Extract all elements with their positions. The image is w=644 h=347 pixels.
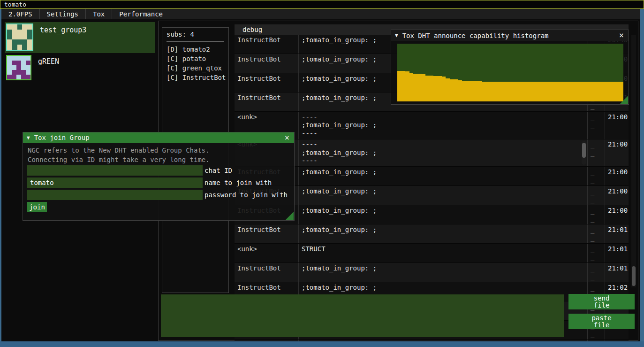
histogram-window-title: Tox DHT announce capability histogram	[402, 32, 549, 39]
message-input[interactable]	[161, 294, 564, 337]
sidebar-item-test-group3[interactable]: test_group3	[5, 22, 155, 53]
join-group-dialog: ▼ Tox join Group × NGC refers to the New…	[23, 132, 295, 221]
menu-item[interactable]: Tox	[86, 9, 112, 19]
join-button[interactable]: join	[27, 202, 47, 212]
delivery-indicator: _ _	[588, 205, 605, 224]
sender-name: InstructBot	[235, 35, 299, 54]
chat-scrollbar-thumb[interactable]	[632, 266, 636, 286]
tab-debug[interactable]: debug	[235, 26, 270, 33]
ngc-description-line2: Connecting via ID might take a very long…	[28, 156, 210, 163]
chat-id-input[interactable]	[27, 165, 203, 176]
message-text: ;tomato_in_group: ;	[299, 167, 588, 185]
chat-scrollbar[interactable]	[631, 35, 636, 287]
message-scrollbar[interactable]	[582, 141, 586, 165]
member-item[interactable]: [C] potato	[167, 54, 224, 63]
delivery-indicator: _ _	[588, 139, 605, 167]
member-item[interactable]: [C] green_qtox	[167, 63, 224, 73]
timestamp: 21:00	[605, 167, 629, 185]
member-item[interactable]: [D] tomato2	[167, 45, 224, 54]
timestamp: 21:01	[605, 263, 629, 282]
ngc-description-line1: NGC refers to the New DHT enabled Group …	[28, 147, 210, 154]
subs-count-label: subs: 4	[167, 31, 224, 38]
join-password-label: password to join with	[205, 191, 288, 199]
delivery-indicator: _ _	[588, 244, 605, 262]
sender-name: InstructBot	[235, 54, 299, 73]
message-text: STRUCT	[299, 244, 588, 262]
resize-grip[interactable]	[286, 212, 294, 220]
send-file-button[interactable]: send file	[568, 294, 635, 309]
histogram-window-titlebar[interactable]: ▼ Tox DHT announce capability histogram …	[391, 30, 629, 41]
join-dialog-title: Tox join Group	[34, 134, 90, 141]
menubar: 2.0FPS Settings Tox Performance	[1, 9, 640, 19]
message-text: ;tomato_in_group: ;	[299, 224, 588, 243]
dht-histogram-window: ▼ Tox DHT announce capability histogram …	[391, 30, 629, 105]
timestamp: 21:00	[605, 112, 629, 139]
sidebar-item-green[interactable]: gREEN	[5, 54, 155, 82]
menu-item[interactable]: 2.0FPS	[1, 9, 40, 19]
sender-name: InstructBot	[235, 73, 299, 92]
close-icon[interactable]: ×	[618, 31, 625, 39]
group-name: gREEN	[38, 57, 59, 66]
join-dialog-titlebar[interactable]: ▼ Tox join Group ×	[23, 132, 294, 143]
paste-file-button[interactable]: paste file	[568, 314, 635, 329]
sender-name: InstructBot	[235, 224, 299, 243]
menu-item[interactable]: Settings	[40, 9, 86, 19]
group-avatar	[6, 23, 33, 51]
collapse-arrow-icon[interactable]: ▼	[395, 32, 398, 39]
wm-border-right	[640, 9, 644, 341]
wm-border-bottom	[0, 341, 644, 347]
close-icon[interactable]: ×	[284, 134, 290, 142]
message-text: ---- ;tomato_in_group: ; ----	[299, 139, 588, 167]
timestamp: 21:00	[605, 186, 629, 205]
message-scrollbar-thumb[interactable]	[582, 143, 586, 158]
wm-border-left	[0, 9, 1, 341]
resize-grip[interactable]	[620, 96, 628, 104]
separator	[167, 41, 224, 42]
message-text: ;tomato_in_group: ;	[299, 205, 588, 224]
delivery-indicator: _ _	[588, 167, 605, 185]
timestamp: 21:00	[605, 139, 629, 167]
delivery-indicator: _ _	[588, 224, 605, 243]
message-text: ;tomato_in_group: ;	[299, 263, 588, 282]
group-avatar	[6, 55, 31, 80]
window-title: tomato	[4, 1, 26, 8]
message-text: ;tomato_in_group: ;	[299, 186, 588, 205]
timestamp: 21:00	[605, 205, 629, 224]
chat-id-label: chat ID	[205, 167, 232, 174]
delivery-indicator: _ _	[588, 186, 605, 205]
chat-row[interactable]: <unk> STRUCT _ _ 21:01	[235, 244, 629, 263]
join-name-label: name to join with	[205, 179, 272, 186]
chat-row[interactable]: InstructBot ;tomato_in_group: ; _ _ 21:0…	[235, 263, 629, 282]
join-password-input[interactable]	[27, 190, 203, 200]
chat-row[interactable]: InstructBot ;tomato_in_group: ; _ _ 21:0…	[235, 224, 629, 244]
member-list: [D] tomato2 [C] potato [C] green_qtox [C…	[167, 45, 224, 82]
member-item[interactable]: [C] InstructBot	[167, 73, 224, 82]
timestamp: 21:01	[605, 244, 629, 262]
join-name-input[interactable]	[27, 177, 203, 188]
timestamp: 21:01	[605, 224, 629, 243]
delivery-indicator: _ _	[588, 263, 605, 282]
sender-name: InstructBot	[235, 93, 299, 111]
menu-item[interactable]: Performance	[112, 9, 170, 19]
dht-capability-histogram-plot	[397, 44, 623, 101]
sender-name: InstructBot	[235, 263, 299, 282]
window-titlebar[interactable]: tomato	[0, 0, 644, 9]
delivery-indicator: _ _	[588, 112, 605, 139]
message-text: ---- ;tomato_in_group: ; ----	[299, 112, 588, 139]
collapse-arrow-icon[interactable]: ▼	[27, 135, 30, 141]
group-name: test_group3	[40, 26, 86, 34]
sender-name: <unk>	[235, 244, 299, 262]
